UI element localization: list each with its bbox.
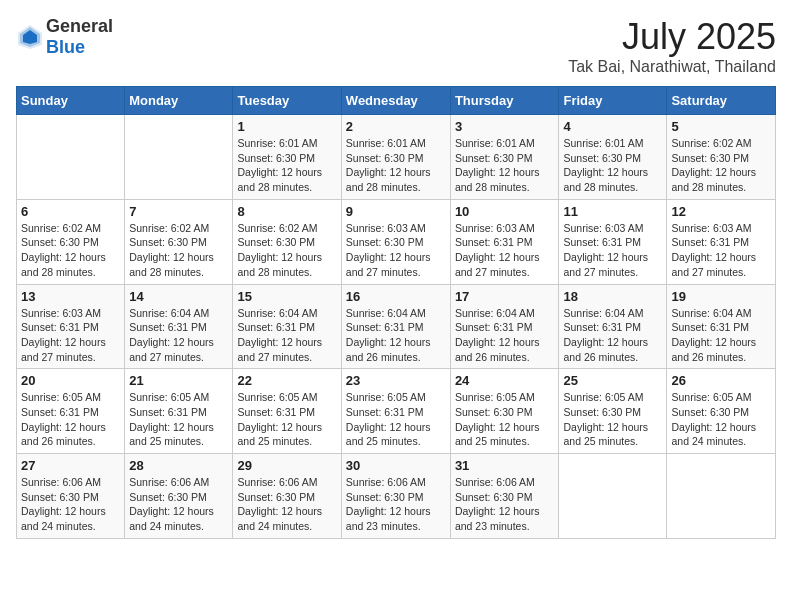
calendar-cell: 4Sunrise: 6:01 AMSunset: 6:30 PMDaylight… xyxy=(559,115,667,200)
day-info: Sunrise: 6:05 AMSunset: 6:31 PMDaylight:… xyxy=(129,390,228,449)
calendar-cell: 6Sunrise: 6:02 AMSunset: 6:30 PMDaylight… xyxy=(17,199,125,284)
calendar-cell: 29Sunrise: 6:06 AMSunset: 6:30 PMDayligh… xyxy=(233,454,341,539)
calendar-week-5: 27Sunrise: 6:06 AMSunset: 6:30 PMDayligh… xyxy=(17,454,776,539)
day-number: 4 xyxy=(563,119,662,134)
weekday-header-tuesday: Tuesday xyxy=(233,87,341,115)
day-info: Sunrise: 6:03 AMSunset: 6:31 PMDaylight:… xyxy=(563,221,662,280)
day-info: Sunrise: 6:02 AMSunset: 6:30 PMDaylight:… xyxy=(21,221,120,280)
calendar-cell: 31Sunrise: 6:06 AMSunset: 6:30 PMDayligh… xyxy=(450,454,559,539)
day-number: 13 xyxy=(21,289,120,304)
calendar-cell xyxy=(559,454,667,539)
page-subtitle: Tak Bai, Narathiwat, Thailand xyxy=(568,58,776,76)
day-info: Sunrise: 6:05 AMSunset: 6:31 PMDaylight:… xyxy=(237,390,336,449)
weekday-header-sunday: Sunday xyxy=(17,87,125,115)
day-number: 19 xyxy=(671,289,771,304)
logo: General Blue xyxy=(16,16,113,58)
day-info: Sunrise: 6:04 AMSunset: 6:31 PMDaylight:… xyxy=(346,306,446,365)
day-info: Sunrise: 6:06 AMSunset: 6:30 PMDaylight:… xyxy=(237,475,336,534)
calendar-cell: 5Sunrise: 6:02 AMSunset: 6:30 PMDaylight… xyxy=(667,115,776,200)
day-number: 11 xyxy=(563,204,662,219)
weekday-header-wednesday: Wednesday xyxy=(341,87,450,115)
day-info: Sunrise: 6:02 AMSunset: 6:30 PMDaylight:… xyxy=(129,221,228,280)
day-number: 18 xyxy=(563,289,662,304)
day-info: Sunrise: 6:05 AMSunset: 6:30 PMDaylight:… xyxy=(563,390,662,449)
calendar-cell xyxy=(667,454,776,539)
calendar-cell: 11Sunrise: 6:03 AMSunset: 6:31 PMDayligh… xyxy=(559,199,667,284)
day-number: 15 xyxy=(237,289,336,304)
day-number: 25 xyxy=(563,373,662,388)
day-number: 12 xyxy=(671,204,771,219)
day-number: 17 xyxy=(455,289,555,304)
day-number: 27 xyxy=(21,458,120,473)
day-info: Sunrise: 6:01 AMSunset: 6:30 PMDaylight:… xyxy=(237,136,336,195)
day-number: 30 xyxy=(346,458,446,473)
day-info: Sunrise: 6:04 AMSunset: 6:31 PMDaylight:… xyxy=(671,306,771,365)
calendar-week-1: 1Sunrise: 6:01 AMSunset: 6:30 PMDaylight… xyxy=(17,115,776,200)
day-info: Sunrise: 6:06 AMSunset: 6:30 PMDaylight:… xyxy=(346,475,446,534)
day-info: Sunrise: 6:05 AMSunset: 6:30 PMDaylight:… xyxy=(455,390,555,449)
calendar-cell: 2Sunrise: 6:01 AMSunset: 6:30 PMDaylight… xyxy=(341,115,450,200)
day-info: Sunrise: 6:01 AMSunset: 6:30 PMDaylight:… xyxy=(346,136,446,195)
day-number: 26 xyxy=(671,373,771,388)
calendar-cell: 22Sunrise: 6:05 AMSunset: 6:31 PMDayligh… xyxy=(233,369,341,454)
calendar-table: SundayMondayTuesdayWednesdayThursdayFrid… xyxy=(16,86,776,539)
calendar-cell: 9Sunrise: 6:03 AMSunset: 6:30 PMDaylight… xyxy=(341,199,450,284)
day-number: 8 xyxy=(237,204,336,219)
logo-text-general: General xyxy=(46,16,113,36)
calendar-cell: 21Sunrise: 6:05 AMSunset: 6:31 PMDayligh… xyxy=(125,369,233,454)
calendar-cell: 3Sunrise: 6:01 AMSunset: 6:30 PMDaylight… xyxy=(450,115,559,200)
day-info: Sunrise: 6:02 AMSunset: 6:30 PMDaylight:… xyxy=(237,221,336,280)
day-info: Sunrise: 6:04 AMSunset: 6:31 PMDaylight:… xyxy=(129,306,228,365)
logo-text-blue: Blue xyxy=(46,37,85,57)
calendar-cell: 12Sunrise: 6:03 AMSunset: 6:31 PMDayligh… xyxy=(667,199,776,284)
calendar-cell: 8Sunrise: 6:02 AMSunset: 6:30 PMDaylight… xyxy=(233,199,341,284)
calendar-cell: 19Sunrise: 6:04 AMSunset: 6:31 PMDayligh… xyxy=(667,284,776,369)
calendar-cell: 27Sunrise: 6:06 AMSunset: 6:30 PMDayligh… xyxy=(17,454,125,539)
day-number: 20 xyxy=(21,373,120,388)
day-info: Sunrise: 6:06 AMSunset: 6:30 PMDaylight:… xyxy=(21,475,120,534)
calendar-week-4: 20Sunrise: 6:05 AMSunset: 6:31 PMDayligh… xyxy=(17,369,776,454)
calendar-cell: 28Sunrise: 6:06 AMSunset: 6:30 PMDayligh… xyxy=(125,454,233,539)
calendar-cell: 25Sunrise: 6:05 AMSunset: 6:30 PMDayligh… xyxy=(559,369,667,454)
title-area: July 2025 Tak Bai, Narathiwat, Thailand xyxy=(568,16,776,76)
day-info: Sunrise: 6:04 AMSunset: 6:31 PMDaylight:… xyxy=(237,306,336,365)
day-number: 2 xyxy=(346,119,446,134)
weekday-header-thursday: Thursday xyxy=(450,87,559,115)
day-info: Sunrise: 6:02 AMSunset: 6:30 PMDaylight:… xyxy=(671,136,771,195)
logo-icon xyxy=(16,23,44,51)
day-info: Sunrise: 6:06 AMSunset: 6:30 PMDaylight:… xyxy=(455,475,555,534)
weekday-header-friday: Friday xyxy=(559,87,667,115)
calendar-cell: 20Sunrise: 6:05 AMSunset: 6:31 PMDayligh… xyxy=(17,369,125,454)
day-number: 3 xyxy=(455,119,555,134)
day-number: 10 xyxy=(455,204,555,219)
calendar-cell: 14Sunrise: 6:04 AMSunset: 6:31 PMDayligh… xyxy=(125,284,233,369)
calendar-week-3: 13Sunrise: 6:03 AMSunset: 6:31 PMDayligh… xyxy=(17,284,776,369)
day-info: Sunrise: 6:03 AMSunset: 6:31 PMDaylight:… xyxy=(21,306,120,365)
day-number: 9 xyxy=(346,204,446,219)
calendar-cell: 15Sunrise: 6:04 AMSunset: 6:31 PMDayligh… xyxy=(233,284,341,369)
day-number: 14 xyxy=(129,289,228,304)
weekday-header-monday: Monday xyxy=(125,87,233,115)
calendar-cell: 17Sunrise: 6:04 AMSunset: 6:31 PMDayligh… xyxy=(450,284,559,369)
day-info: Sunrise: 6:03 AMSunset: 6:30 PMDaylight:… xyxy=(346,221,446,280)
day-number: 23 xyxy=(346,373,446,388)
calendar-week-2: 6Sunrise: 6:02 AMSunset: 6:30 PMDaylight… xyxy=(17,199,776,284)
calendar-cell: 7Sunrise: 6:02 AMSunset: 6:30 PMDaylight… xyxy=(125,199,233,284)
weekday-header-saturday: Saturday xyxy=(667,87,776,115)
day-info: Sunrise: 6:03 AMSunset: 6:31 PMDaylight:… xyxy=(671,221,771,280)
calendar-cell: 13Sunrise: 6:03 AMSunset: 6:31 PMDayligh… xyxy=(17,284,125,369)
day-number: 31 xyxy=(455,458,555,473)
day-info: Sunrise: 6:01 AMSunset: 6:30 PMDaylight:… xyxy=(455,136,555,195)
calendar-cell: 30Sunrise: 6:06 AMSunset: 6:30 PMDayligh… xyxy=(341,454,450,539)
calendar-cell xyxy=(17,115,125,200)
calendar-cell xyxy=(125,115,233,200)
day-number: 29 xyxy=(237,458,336,473)
day-info: Sunrise: 6:05 AMSunset: 6:30 PMDaylight:… xyxy=(671,390,771,449)
day-info: Sunrise: 6:04 AMSunset: 6:31 PMDaylight:… xyxy=(455,306,555,365)
day-number: 21 xyxy=(129,373,228,388)
calendar-cell: 26Sunrise: 6:05 AMSunset: 6:30 PMDayligh… xyxy=(667,369,776,454)
calendar-header: SundayMondayTuesdayWednesdayThursdayFrid… xyxy=(17,87,776,115)
calendar-cell: 18Sunrise: 6:04 AMSunset: 6:31 PMDayligh… xyxy=(559,284,667,369)
day-number: 7 xyxy=(129,204,228,219)
day-info: Sunrise: 6:01 AMSunset: 6:30 PMDaylight:… xyxy=(563,136,662,195)
